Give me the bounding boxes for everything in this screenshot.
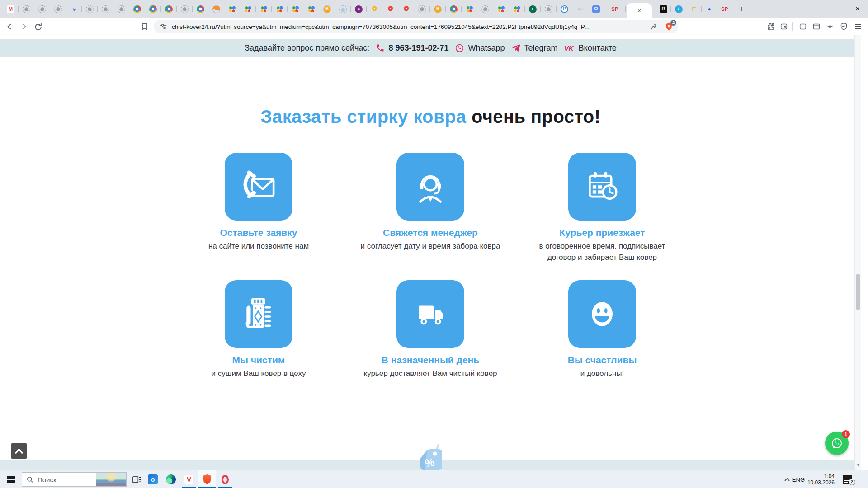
tab-orangeb[interactable]: B [430, 0, 446, 18]
reload-button[interactable] [33, 21, 43, 32]
new-tab-button[interactable]: + [735, 3, 748, 15]
scrollbar-thumb[interactable] [856, 274, 860, 310]
delivery-truck-icon [396, 280, 464, 348]
menu-button[interactable] [853, 21, 863, 32]
whatsapp-logo-icon [830, 436, 844, 450]
language-indicator[interactable]: ENG [792, 470, 805, 488]
taskbar-app-vivaldi[interactable]: V [180, 470, 198, 488]
active-tab[interactable]: × [627, 3, 652, 18]
maximize-button[interactable] [826, 0, 847, 18]
forward-button[interactable] [18, 21, 29, 32]
tab-dots[interactable] [462, 0, 477, 18]
tab-globe[interactable] [541, 0, 557, 18]
brave-shield-button[interactable]: 2 [664, 22, 674, 32]
tab-ibb[interactable]: ibb [572, 0, 588, 18]
close-button[interactable]: × [847, 0, 868, 18]
tab-globe[interactable] [477, 0, 493, 18]
phone-number[interactable]: 8 963-191-02-71 [388, 43, 448, 53]
taskbar-search-input[interactable]: Поиск [22, 472, 127, 487]
sidebar-button[interactable] [797, 21, 808, 32]
tab-dots[interactable] [288, 0, 303, 18]
tab-globe[interactable] [50, 0, 66, 18]
back-button[interactable] [5, 21, 15, 32]
clock[interactable]: 1:04 10.03.2026 [807, 473, 835, 486]
tab-globe[interactable] [82, 0, 98, 18]
taskbar-app-outlook[interactable]: o [144, 470, 162, 488]
vk-label[interactable]: Вконтакте [579, 43, 617, 53]
phone-link[interactable]: 8 963-191-02-71 [376, 43, 448, 53]
tab-rblack[interactable]: R [656, 0, 671, 18]
dots-favicon [466, 5, 473, 13]
address-bar[interactable]: chist-kover24.ru/?utm_source=ya&utm_medi… [154, 20, 678, 33]
vk-label-telegram[interactable]: Telegram [524, 43, 558, 53]
tab-chrome[interactable] [193, 0, 208, 18]
scrollbar-down-arrow[interactable]: ▼ [856, 463, 860, 467]
tab-dots[interactable] [256, 0, 272, 18]
site-settings-icon[interactable] [158, 22, 168, 32]
tab-globe[interactable] [177, 0, 193, 18]
tab-spred[interactable]: SP [717, 0, 732, 18]
tab-dots[interactable] [240, 0, 256, 18]
tab-orange[interactable] [208, 0, 224, 18]
tab-close-icon[interactable]: × [637, 8, 641, 14]
search-highlight-image[interactable] [96, 473, 126, 486]
tab-ypin[interactable] [367, 0, 382, 18]
tab-dots[interactable] [272, 0, 288, 18]
tab-chrome[interactable] [129, 0, 145, 18]
support-agent-icon [396, 153, 464, 221]
tab-chrome[interactable] [145, 0, 161, 18]
start-button[interactable] [0, 470, 22, 488]
tab-dots[interactable] [493, 0, 509, 18]
tab-globe[interactable] [34, 0, 50, 18]
whatsapp-link[interactable]: Whatsapp [455, 43, 505, 53]
whatsapp-float-button[interactable]: 1 [825, 432, 849, 455]
tab-globe[interactable] [414, 0, 430, 18]
tab-globe[interactable] [113, 0, 129, 18]
tab-chrome[interactable] [446, 0, 462, 18]
url-text[interactable]: chist-kover24.ru/?utm_source=ya&utm_medi… [172, 23, 649, 30]
tab-bluep[interactable]: P [557, 0, 572, 18]
vk-link[interactable]: VK Вконтакте [564, 43, 617, 53]
steps-grid: Оставьте заявку на сайте или позвоните н… [173, 153, 688, 380]
action-center-button[interactable]: 2 [843, 470, 852, 488]
reading-list-button[interactable] [811, 21, 822, 32]
tab-gmail[interactable]: M [3, 0, 19, 18]
tab-drop[interactable] [335, 0, 351, 18]
page-scrollbar[interactable]: ▼ [854, 35, 861, 470]
tab-dots[interactable] [224, 0, 240, 18]
tab-dots[interactable] [509, 0, 525, 18]
tab-greenf[interactable]: F [525, 0, 541, 18]
tab-rpin[interactable] [398, 0, 414, 18]
tab-btc[interactable]: B [319, 0, 335, 18]
tab-globe[interactable] [98, 0, 113, 18]
greenf-favicon: F [529, 5, 537, 13]
share-button[interactable] [649, 22, 659, 32]
tab-fblue[interactable]: f [671, 0, 686, 18]
task-view-button[interactable] [127, 470, 146, 488]
scroll-to-top-button[interactable] [11, 443, 27, 459]
tab-globe[interactable] [19, 0, 34, 18]
tab-fyellow[interactable]: F [686, 0, 702, 18]
sparkle-icon [826, 23, 834, 31]
tab-bluedot[interactable]: ● [702, 0, 717, 18]
extensions-button[interactable] [765, 21, 776, 32]
tab-spred[interactable]: SP [604, 0, 626, 18]
minimize-button[interactable] [806, 0, 826, 18]
vpn-button[interactable] [838, 21, 849, 32]
whatsapp-label[interactable]: Whatsapp [468, 43, 505, 53]
telegram-link[interactable]: Telegram [511, 43, 558, 53]
tab-dots[interactable] [303, 0, 319, 18]
tab-purple[interactable]: c [351, 0, 367, 18]
hamburger-menu-icon [854, 23, 862, 30]
tab-rpin[interactable] [382, 0, 398, 18]
tab-blueo[interactable]: O [588, 0, 604, 18]
taskbar-app-edge[interactable] [162, 470, 180, 488]
tray-show-hidden-icons[interactable] [784, 470, 790, 488]
wallet-button[interactable] [778, 21, 789, 32]
bookmark-button[interactable] [139, 21, 150, 32]
taskbar-app-opera[interactable] [216, 470, 234, 488]
taskbar-app-brave[interactable] [198, 470, 216, 488]
tab-chrome[interactable] [161, 0, 177, 18]
leo-ai-button[interactable] [825, 21, 835, 32]
tab-maps[interactable]: ▲ [66, 0, 82, 18]
